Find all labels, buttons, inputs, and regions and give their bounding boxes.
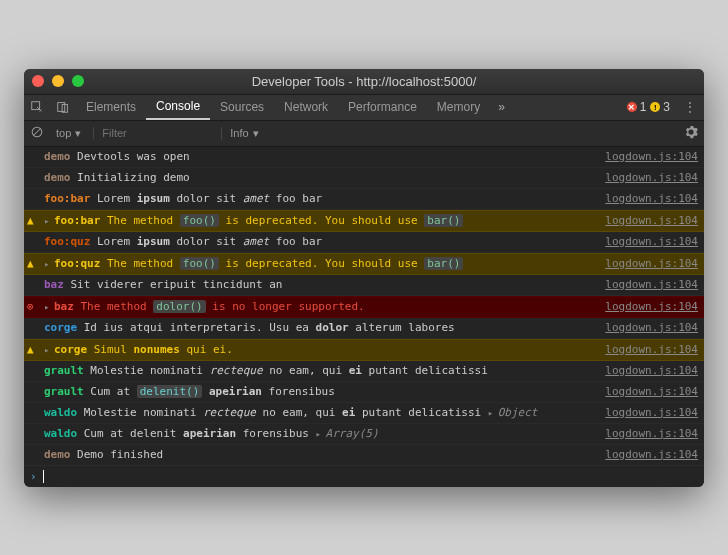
source-link[interactable]: logdown.js:104	[597, 299, 698, 315]
log-message: ▸foo:quz The method foo() is deprecated.…	[44, 256, 597, 272]
prompt-caret-icon: ›	[30, 470, 37, 483]
console-row: baz Sit viderer eripuit tincidunt anlogd…	[24, 275, 704, 296]
tab-sources[interactable]: Sources	[210, 95, 274, 120]
source-link[interactable]: logdown.js:104	[597, 363, 698, 379]
console-output: demo Devtools was openlogdown.js:104demo…	[24, 147, 704, 487]
kebab-menu-icon[interactable]: ⋮	[676, 100, 704, 114]
log-prefix: demo	[44, 171, 71, 184]
console-row: grault Molestie nominati recteque no eam…	[24, 361, 704, 382]
inspect-icon[interactable]	[24, 94, 50, 120]
minimize-button[interactable]	[52, 75, 64, 87]
console-row: waldo Molestie nominati recteque no eam,…	[24, 403, 704, 424]
device-toggle-icon[interactable]	[50, 94, 76, 120]
console-row: ▲▸corge Simul nonumes qui ei.logdown.js:…	[24, 339, 704, 361]
log-message: grault Cum at delenit() apeirian forensi…	[44, 384, 597, 400]
console-row: demo Initializing demologdown.js:104	[24, 168, 704, 189]
source-link[interactable]: logdown.js:104	[597, 256, 698, 272]
log-message: waldo Molestie nominati recteque no eam,…	[44, 405, 597, 421]
tab-elements[interactable]: Elements	[76, 95, 146, 120]
log-message: waldo Cum at delenit apeirian forensibus…	[44, 426, 597, 442]
panel-tabs: ElementsConsoleSourcesNetworkPerformance…	[76, 95, 490, 120]
source-link[interactable]: logdown.js:104	[597, 213, 698, 229]
console-filter-bar: top ▾ Info ▾	[24, 121, 704, 147]
titlebar: Developer Tools - http://localhost:5000/	[24, 69, 704, 95]
source-link[interactable]: logdown.js:104	[597, 149, 698, 165]
source-link[interactable]: logdown.js:104	[597, 234, 698, 250]
warning-icon: ▲	[27, 214, 34, 227]
more-tabs-icon[interactable]: »	[490, 100, 513, 114]
log-prefix: corge	[44, 321, 77, 334]
source-link[interactable]: logdown.js:104	[597, 405, 698, 421]
console-row: waldo Cum at delenit apeirian forensibus…	[24, 424, 704, 445]
source-link[interactable]: logdown.js:104	[597, 191, 698, 207]
console-row: foo:quz Lorem ipsum dolor sit amet foo b…	[24, 232, 704, 253]
warning-icon: ▲	[27, 343, 34, 356]
context-label: top	[56, 127, 71, 139]
source-link[interactable]: logdown.js:104	[597, 342, 698, 358]
log-message: ▸corge Simul nonumes qui ei.	[44, 342, 597, 358]
console-row: foo:bar Lorem ipsum dolor sit amet foo b…	[24, 189, 704, 210]
log-prefix: foo:bar	[54, 214, 100, 227]
svg-line-4	[34, 129, 41, 136]
execution-context-selector[interactable]: top ▾	[52, 127, 85, 140]
log-message: ▸baz The method dolor() is no longer sup…	[44, 299, 597, 315]
log-prefix: baz	[44, 278, 64, 291]
warning-badge[interactable]: !3	[650, 100, 670, 114]
warning-icon: ▲	[27, 257, 34, 270]
console-settings-icon[interactable]	[684, 125, 698, 141]
log-message: baz Sit viderer eripuit tincidunt an	[44, 277, 597, 293]
chevron-down-icon: ▾	[253, 127, 259, 140]
source-link[interactable]: logdown.js:104	[597, 447, 698, 463]
log-prefix: foo:quz	[44, 235, 90, 248]
tab-memory[interactable]: Memory	[427, 95, 490, 120]
log-prefix: demo	[44, 150, 71, 163]
log-message: demo Demo finished	[44, 447, 597, 463]
log-prefix: foo:quz	[54, 257, 100, 270]
tab-performance[interactable]: Performance	[338, 95, 427, 120]
console-row: ▲▸foo:quz The method foo() is deprecated…	[24, 253, 704, 275]
console-row: grault Cum at delenit() apeirian forensi…	[24, 382, 704, 403]
log-message: foo:quz Lorem ipsum dolor sit amet foo b…	[44, 234, 597, 250]
log-message: foo:bar Lorem ipsum dolor sit amet foo b…	[44, 191, 597, 207]
expand-icon[interactable]: ▸	[44, 213, 54, 229]
expand-icon[interactable]: ▸	[44, 299, 54, 315]
text-cursor	[43, 470, 44, 483]
log-prefix: waldo	[44, 406, 77, 419]
source-link[interactable]: logdown.js:104	[597, 426, 698, 442]
source-link[interactable]: logdown.js:104	[597, 384, 698, 400]
log-prefix: foo:bar	[44, 192, 90, 205]
source-link[interactable]: logdown.js:104	[597, 320, 698, 336]
console-prompt[interactable]: ›	[24, 466, 704, 487]
expand-icon[interactable]: ▸	[44, 342, 54, 358]
main-toolbar: ElementsConsoleSourcesNetworkPerformance…	[24, 95, 704, 121]
error-badge[interactable]: ✕1	[627, 100, 647, 114]
console-row: demo Devtools was openlogdown.js:104	[24, 147, 704, 168]
console-row: demo Demo finishedlogdown.js:104	[24, 445, 704, 466]
tab-network[interactable]: Network	[274, 95, 338, 120]
filter-input[interactable]	[93, 127, 213, 139]
expand-icon[interactable]: ▸	[44, 256, 54, 272]
warning-icon: !	[650, 102, 660, 112]
status-badges: ✕1 !3	[627, 100, 676, 114]
zoom-button[interactable]	[72, 75, 84, 87]
source-link[interactable]: logdown.js:104	[597, 277, 698, 293]
source-link[interactable]: logdown.js:104	[597, 170, 698, 186]
traffic-lights	[32, 75, 84, 87]
console-row: ▲▸foo:bar The method foo() is deprecated…	[24, 210, 704, 232]
window-title: Developer Tools - http://localhost:5000/	[24, 74, 704, 89]
tab-console[interactable]: Console	[146, 95, 210, 120]
log-prefix: demo	[44, 448, 71, 461]
log-message: demo Devtools was open	[44, 149, 597, 165]
log-message: ▸foo:bar The method foo() is deprecated.…	[44, 213, 597, 229]
log-message: corge Id ius atqui interpretaris. Usu ea…	[44, 320, 597, 336]
log-level-selector[interactable]: Info ▾	[221, 127, 258, 140]
devtools-window: Developer Tools - http://localhost:5000/…	[24, 69, 704, 487]
clear-console-icon[interactable]	[30, 125, 44, 141]
console-row: corge Id ius atqui interpretaris. Usu ea…	[24, 318, 704, 339]
log-prefix: baz	[54, 300, 74, 313]
log-prefix: waldo	[44, 427, 77, 440]
level-label: Info	[230, 127, 248, 139]
error-icon: ✕	[627, 102, 637, 112]
close-button[interactable]	[32, 75, 44, 87]
console-row: ⊗▸baz The method dolor() is no longer su…	[24, 296, 704, 318]
